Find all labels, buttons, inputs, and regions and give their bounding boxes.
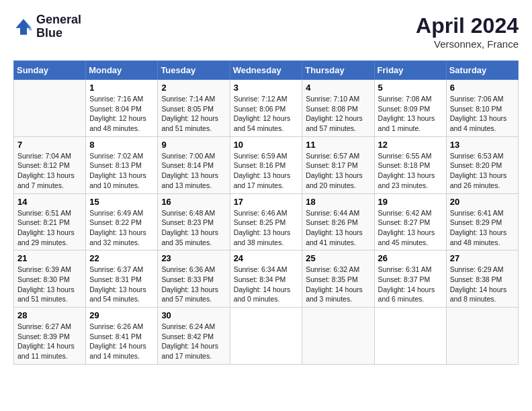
day-info: Sunrise: 6:49 AMSunset: 8:22 PMDaylight:…	[89, 208, 154, 248]
day-info: Sunrise: 6:29 AMSunset: 8:38 PMDaylight:…	[450, 265, 515, 304]
calendar-cell	[14, 80, 86, 137]
day-number: 16	[161, 197, 226, 207]
day-number: 20	[450, 197, 515, 207]
page-header: General Blue April 2024 Versonnex, Franc…	[13, 13, 519, 50]
day-info: Sunrise: 6:48 AMSunset: 8:23 PMDaylight:…	[161, 208, 226, 248]
day-info: Sunrise: 6:59 AMSunset: 8:16 PMDaylight:…	[234, 151, 299, 191]
day-info: Sunrise: 7:06 AMSunset: 8:10 PMDaylight:…	[450, 94, 515, 134]
calendar-cell: 18Sunrise: 6:44 AMSunset: 8:26 PMDayligh…	[302, 193, 374, 250]
calendar-cell	[446, 308, 518, 365]
day-info: Sunrise: 6:53 AMSunset: 8:20 PMDaylight:…	[450, 151, 515, 191]
day-info: Sunrise: 6:39 AMSunset: 8:30 PMDaylight:…	[17, 265, 82, 304]
header-day: Sunday	[14, 61, 86, 80]
day-info: Sunrise: 6:41 AMSunset: 8:29 PMDaylight:…	[450, 208, 515, 248]
calendar-cell: 1Sunrise: 7:16 AMSunset: 8:04 PMDaylight…	[86, 80, 158, 137]
day-info: Sunrise: 6:44 AMSunset: 8:26 PMDaylight:…	[306, 208, 370, 248]
day-number: 30	[161, 310, 226, 320]
calendar-cell: 30Sunrise: 6:24 AMSunset: 8:42 PMDayligh…	[158, 308, 230, 365]
day-number: 1	[89, 83, 154, 93]
day-info: Sunrise: 6:55 AMSunset: 8:18 PMDaylight:…	[378, 151, 443, 191]
calendar-week-row: 1Sunrise: 7:16 AMSunset: 8:04 PMDaylight…	[14, 80, 519, 137]
day-info: Sunrise: 7:10 AMSunset: 8:08 PMDaylight:…	[306, 94, 370, 134]
calendar-cell: 12Sunrise: 6:55 AMSunset: 8:18 PMDayligh…	[374, 136, 446, 193]
day-number: 25	[306, 253, 370, 263]
day-number: 28	[17, 310, 82, 320]
calendar-cell: 14Sunrise: 6:51 AMSunset: 8:21 PMDayligh…	[14, 193, 86, 250]
calendar-week-row: 21Sunrise: 6:39 AMSunset: 8:30 PMDayligh…	[14, 250, 519, 308]
day-info: Sunrise: 7:02 AMSunset: 8:13 PMDaylight:…	[89, 151, 154, 191]
day-number: 6	[450, 83, 515, 93]
header-row: SundayMondayTuesdayWednesdayThursdayFrid…	[14, 61, 519, 80]
day-info: Sunrise: 6:42 AMSunset: 8:27 PMDaylight:…	[378, 208, 443, 248]
calendar-table: SundayMondayTuesdayWednesdayThursdayFrid…	[13, 60, 519, 365]
day-info: Sunrise: 6:46 AMSunset: 8:25 PMDaylight:…	[234, 208, 299, 248]
calendar-cell: 10Sunrise: 6:59 AMSunset: 8:16 PMDayligh…	[230, 136, 302, 193]
calendar-cell: 13Sunrise: 6:53 AMSunset: 8:20 PMDayligh…	[446, 136, 518, 193]
day-number: 19	[378, 197, 443, 207]
calendar-cell: 4Sunrise: 7:10 AMSunset: 8:08 PMDaylight…	[302, 80, 374, 137]
calendar-cell: 22Sunrise: 6:37 AMSunset: 8:31 PMDayligh…	[86, 250, 158, 308]
logo-line1: General	[36, 13, 81, 27]
calendar-week-row: 28Sunrise: 6:27 AMSunset: 8:39 PMDayligh…	[14, 308, 519, 365]
day-number: 21	[17, 253, 82, 263]
day-number: 24	[234, 253, 299, 263]
day-number: 13	[450, 140, 515, 150]
calendar-cell: 26Sunrise: 6:31 AMSunset: 8:37 PMDayligh…	[374, 250, 446, 308]
calendar-cell	[230, 308, 302, 365]
day-info: Sunrise: 6:34 AMSunset: 8:34 PMDaylight:…	[234, 265, 299, 304]
day-number: 5	[378, 83, 443, 93]
calendar-cell: 3Sunrise: 7:12 AMSunset: 8:06 PMDaylight…	[230, 80, 302, 137]
calendar-cell: 17Sunrise: 6:46 AMSunset: 8:25 PMDayligh…	[230, 193, 302, 250]
title-block: April 2024 Versonnex, France	[416, 13, 519, 50]
day-info: Sunrise: 7:08 AMSunset: 8:09 PMDaylight:…	[378, 94, 443, 134]
header-day: Thursday	[302, 61, 374, 80]
calendar-cell: 24Sunrise: 6:34 AMSunset: 8:34 PMDayligh…	[230, 250, 302, 308]
day-info: Sunrise: 6:24 AMSunset: 8:42 PMDaylight:…	[161, 322, 226, 361]
day-number: 18	[306, 197, 370, 207]
day-info: Sunrise: 7:00 AMSunset: 8:14 PMDaylight:…	[161, 151, 226, 191]
calendar-cell: 27Sunrise: 6:29 AMSunset: 8:38 PMDayligh…	[446, 250, 518, 308]
header-day: Tuesday	[158, 61, 230, 80]
logo-line2: Blue	[36, 27, 81, 40]
calendar-cell: 5Sunrise: 7:08 AMSunset: 8:09 PMDaylight…	[374, 80, 446, 137]
calendar-cell: 29Sunrise: 6:26 AMSunset: 8:41 PMDayligh…	[86, 308, 158, 365]
calendar-cell: 25Sunrise: 6:32 AMSunset: 8:35 PMDayligh…	[302, 250, 374, 308]
calendar-cell: 2Sunrise: 7:14 AMSunset: 8:05 PMDaylight…	[158, 80, 230, 137]
day-number: 14	[17, 197, 82, 207]
calendar-week-row: 7Sunrise: 7:04 AMSunset: 8:12 PMDaylight…	[14, 136, 519, 193]
day-number: 10	[234, 140, 299, 150]
calendar-cell: 7Sunrise: 7:04 AMSunset: 8:12 PMDaylight…	[14, 136, 86, 193]
calendar-cell: 23Sunrise: 6:36 AMSunset: 8:33 PMDayligh…	[158, 250, 230, 308]
logo-icon	[13, 17, 34, 37]
day-number: 22	[89, 253, 154, 263]
day-info: Sunrise: 7:04 AMSunset: 8:12 PMDaylight:…	[17, 151, 82, 191]
month-title: April 2024	[416, 13, 519, 38]
header-day: Saturday	[446, 61, 518, 80]
day-number: 29	[89, 310, 154, 320]
day-number: 12	[378, 140, 443, 150]
day-number: 2	[161, 83, 226, 93]
location: Versonnex, France	[416, 38, 519, 50]
calendar-cell: 21Sunrise: 6:39 AMSunset: 8:30 PMDayligh…	[14, 250, 86, 308]
calendar-cell: 20Sunrise: 6:41 AMSunset: 8:29 PMDayligh…	[446, 193, 518, 250]
day-number: 11	[306, 140, 370, 150]
calendar-cell: 16Sunrise: 6:48 AMSunset: 8:23 PMDayligh…	[158, 193, 230, 250]
day-info: Sunrise: 6:26 AMSunset: 8:41 PMDaylight:…	[89, 322, 154, 361]
day-number: 27	[450, 253, 515, 263]
day-info: Sunrise: 6:37 AMSunset: 8:31 PMDaylight:…	[89, 265, 154, 304]
calendar-cell	[302, 308, 374, 365]
calendar-cell: 9Sunrise: 7:00 AMSunset: 8:14 PMDaylight…	[158, 136, 230, 193]
header-day: Monday	[86, 61, 158, 80]
calendar-cell: 6Sunrise: 7:06 AMSunset: 8:10 PMDaylight…	[446, 80, 518, 137]
day-number: 26	[378, 253, 443, 263]
day-number: 8	[89, 140, 154, 150]
calendar-cell: 8Sunrise: 7:02 AMSunset: 8:13 PMDaylight…	[86, 136, 158, 193]
calendar-cell: 19Sunrise: 6:42 AMSunset: 8:27 PMDayligh…	[374, 193, 446, 250]
header-day: Wednesday	[230, 61, 302, 80]
day-number: 9	[161, 140, 226, 150]
day-info: Sunrise: 6:51 AMSunset: 8:21 PMDaylight:…	[17, 208, 82, 248]
day-info: Sunrise: 7:14 AMSunset: 8:05 PMDaylight:…	[161, 94, 226, 134]
day-info: Sunrise: 6:57 AMSunset: 8:17 PMDaylight:…	[306, 151, 370, 191]
calendar-week-row: 14Sunrise: 6:51 AMSunset: 8:21 PMDayligh…	[14, 193, 519, 250]
day-number: 23	[161, 253, 226, 263]
